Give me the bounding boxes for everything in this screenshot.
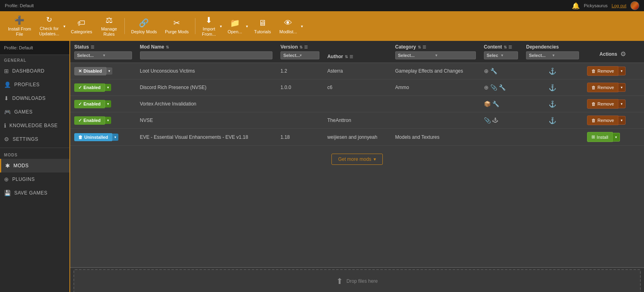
sidebar-item-knowledge-base[interactable]: ℹ KNOWLEDGE BASE (0, 119, 69, 132)
mod-name-3: Vortex Archive Invalidation (140, 101, 197, 107)
check-updates-button[interactable]: ↻ Check for Updates... (36, 14, 62, 38)
remove-btn-3[interactable]: 🗑 Remove (587, 99, 618, 109)
open-arrow[interactable]: ▾ (245, 22, 249, 30)
get-more-mods-section: Get more mods ▾ (70, 154, 644, 165)
content-cell-4: 📎 🕹 (480, 112, 522, 129)
toolbar-divider-1 (124, 18, 125, 34)
manage-rules-label: Manage Rules (101, 26, 117, 37)
import-arrow[interactable]: ▾ (219, 22, 223, 30)
status-btn-enabled-3[interactable]: ✓ Enabled (74, 100, 105, 108)
dependency-icon-1[interactable]: ⚓ (549, 68, 557, 75)
install-arrow-5[interactable]: ▾ (613, 133, 620, 142)
check-updates-group: ↻ Check for Updates... ▾ (36, 14, 66, 38)
sidebar-item-plugins[interactable]: ⊕ PLUGINS (0, 172, 69, 186)
manage-rules-button[interactable]: ⚖ Manage Rules (97, 14, 121, 39)
status-btn-uninstalled-5[interactable]: 🗑 Uninstalled (74, 133, 112, 141)
version-col-menu[interactable]: ☰ (304, 45, 308, 49)
version-sort[interactable]: ⇅ (299, 45, 303, 49)
status-arrow-1[interactable]: ▾ (106, 67, 112, 75)
sidebar-item-save-games[interactable]: 💾 SAVE GAMES (0, 186, 69, 200)
sidebar-item-profiles[interactable]: 👤 PROFILES (0, 78, 69, 91)
categories-button[interactable]: 🏷 Categories (68, 16, 95, 36)
sidebar-label-downloads: DOWNLOADS (12, 95, 46, 101)
check-updates-arrow[interactable]: ▾ (63, 22, 66, 30)
status-arrow-2[interactable]: ▾ (105, 84, 111, 91)
purge-mods-button[interactable]: ✂ Purge Mods (162, 16, 192, 36)
status-arrow-4[interactable]: ▾ (105, 117, 111, 124)
import-button[interactable]: ⬇ Import From... (199, 14, 219, 39)
dependency-icon-4[interactable]: ⚓ (549, 117, 557, 124)
logout-link[interactable]: Log out (611, 3, 626, 8)
main-layout: Profile: Default GENERAL ⊞ DASHBOARD 👤 P… (0, 41, 644, 292)
general-section-label: GENERAL (0, 55, 69, 64)
install-from-file-button[interactable]: ➕ Install From File (5, 14, 34, 39)
remove-arrow-1[interactable]: ▾ (618, 67, 626, 75)
mod-name-4: NVSE (140, 118, 153, 123)
content-cell-5 (480, 129, 522, 146)
modlist-arrow[interactable]: ▾ (300, 22, 304, 30)
category-filter[interactable]: Select... ▾ (395, 51, 476, 59)
remove-arrow-3[interactable]: ▾ (618, 99, 626, 108)
sidebar-item-dashboard[interactable]: ⊞ DASHBOARD (0, 64, 69, 78)
author-col-menu[interactable]: ☰ (349, 55, 353, 59)
sidebar-item-downloads[interactable]: ⬇ DOWNLOADS (0, 91, 69, 105)
downloads-icon: ⬇ (4, 95, 9, 101)
remove-btn-4[interactable]: 🗑 Remove (587, 116, 618, 125)
dependencies-filter[interactable]: Select... ▾ (526, 51, 579, 59)
install-btn-5[interactable]: ⊞ Install (587, 132, 613, 142)
action-group-2: 🗑 Remove ▾ (587, 83, 640, 92)
install-icon: ➕ (14, 15, 24, 25)
content-filter[interactable]: Selec ▾ (484, 51, 518, 59)
remove-btn-2[interactable]: 🗑 Remove (587, 83, 618, 92)
wrench-icon-2: 🔧 (499, 84, 506, 91)
status-arrow-5[interactable]: ▾ (112, 134, 118, 141)
action-group-3: 🗑 Remove ▾ (587, 99, 640, 109)
dependency-icon-3[interactable]: ⚓ (549, 101, 557, 107)
status-btn-disabled-1[interactable]: ✕ Disabled (74, 67, 106, 75)
dependency-icon-2[interactable]: ⚓ (549, 84, 557, 91)
table-row: ✕ Disabled ▾ Loot Unconscious Victims 1.… (70, 63, 644, 79)
sidebar-item-games[interactable]: 🎮 GAMES (0, 105, 69, 119)
get-more-mods-button[interactable]: Get more mods ▾ (331, 154, 383, 165)
wrench-icon-3: 🔧 (492, 101, 499, 107)
version-cell-5: 1.18 (276, 129, 323, 146)
author-sort[interactable]: ⇅ (345, 55, 348, 59)
remove-arrow-4[interactable]: ▾ (618, 116, 626, 125)
deploy-label: Deploy Mods (131, 29, 157, 34)
drop-zone[interactable]: ⬆ Drop files here (73, 269, 641, 292)
check-icon-2: ✓ (78, 85, 82, 90)
content-col-menu[interactable]: ☰ (508, 45, 512, 49)
sidebar-label-profiles: PROFILES (14, 82, 40, 87)
modname-filter-input[interactable] (140, 51, 272, 59)
modname-sort[interactable]: ⇅ (166, 45, 169, 49)
category-sort[interactable]: ⇅ (418, 45, 421, 49)
tutorials-button[interactable]: 🖥 Tutorials (250, 16, 274, 36)
status-btn-enabled-2[interactable]: ✓ Enabled (74, 83, 105, 92)
col-version-label: Version (280, 44, 298, 50)
deploy-mods-button[interactable]: 🔗 Deploy Mods (128, 16, 160, 36)
status-label-4: Enabled (83, 118, 101, 123)
version-filter[interactable]: Select... ▾ (280, 51, 319, 59)
remove-arrow-2[interactable]: ▾ (618, 83, 626, 92)
table-row: ✓ Enabled ▾ Discord Rich Presence (NVSE)… (70, 79, 644, 96)
modlist-group: 👁 Modlist... ▾ (276, 16, 304, 36)
content-sort[interactable]: ⇅ (504, 45, 507, 49)
author-cell-2: c6 (323, 79, 391, 96)
check-icon-4: ✓ (78, 118, 82, 123)
modlist-icon: 👁 (284, 18, 292, 28)
sidebar-item-mods[interactable]: ✱ MODS (0, 159, 69, 172)
open-icon: 📁 (230, 18, 240, 28)
remove-btn-1[interactable]: 🗑 Remove (587, 66, 618, 76)
col-content: Content ⇅ ☰ Selec ▾ (480, 41, 522, 63)
category-col-menu[interactable]: ☰ (423, 45, 426, 49)
modlist-button[interactable]: 👁 Modlist... (276, 16, 300, 36)
table-settings-button[interactable]: ⚙ (619, 49, 628, 59)
sidebar-item-settings[interactable]: ⚙ SETTINGS (0, 132, 69, 146)
status-arrow-3[interactable]: ▾ (105, 100, 111, 107)
status-filter[interactable]: Select... ▾ (74, 51, 132, 59)
status-col-menu[interactable]: ☰ (91, 45, 94, 49)
notification-icon[interactable]: 🔔 (572, 2, 580, 10)
status-label-5: Uninstalled (84, 135, 108, 140)
open-button[interactable]: 📁 Open... (224, 16, 245, 36)
status-btn-enabled-4[interactable]: ✓ Enabled (74, 116, 105, 125)
